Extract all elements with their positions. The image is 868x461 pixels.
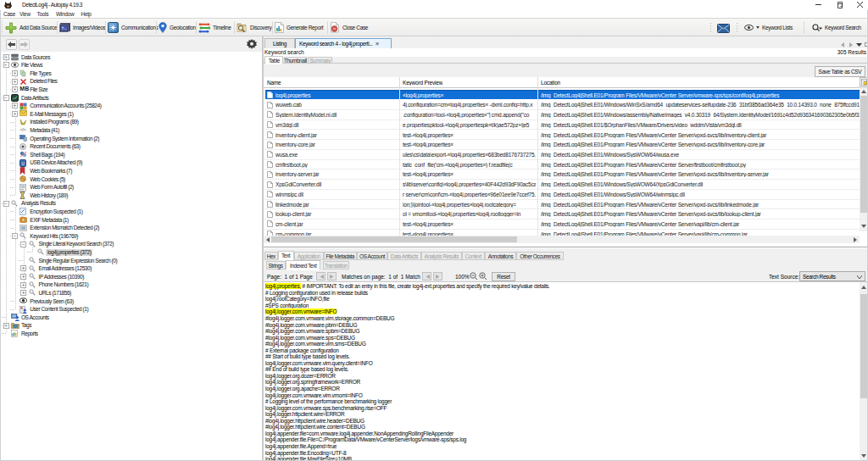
svg-text:U: U [22, 161, 25, 165]
